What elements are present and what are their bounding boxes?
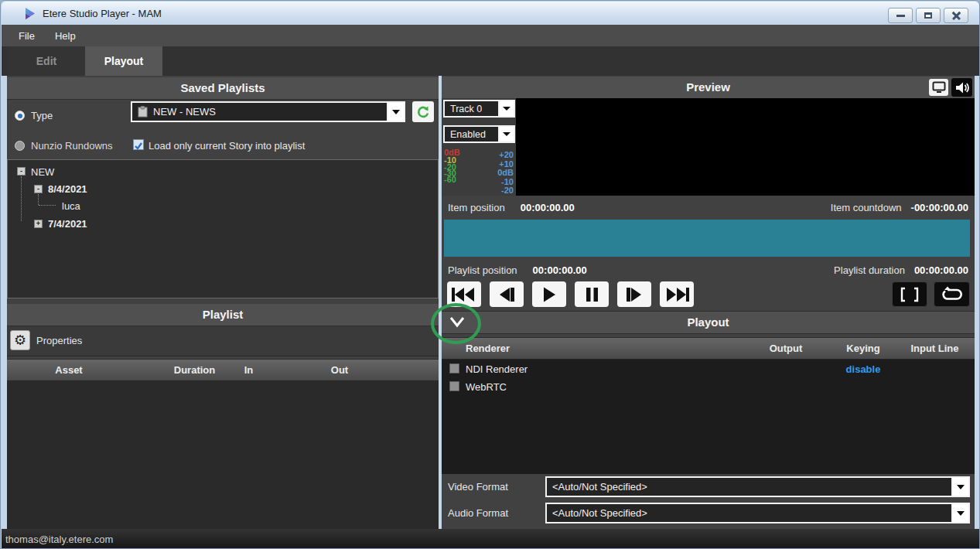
ndi-renderer-checkbox[interactable]	[449, 363, 459, 373]
preview-playout-panel: Preview Track 0 Enabled	[442, 76, 975, 529]
renderer-table-body: NDI Renderer disable WebRTC	[442, 360, 975, 474]
speaker-icon	[954, 81, 969, 94]
column-keying[interactable]: Keying	[832, 338, 894, 360]
play-button[interactable]	[532, 281, 566, 307]
tab-playout[interactable]: Playout	[85, 46, 162, 76]
saved-playlists-panel: Saved Playlists Type NEW - NEWS Nunzio R…	[7, 76, 439, 529]
close-button[interactable]	[944, 8, 968, 23]
dropdown-arrow-icon[interactable]	[387, 103, 404, 121]
renderer-row-ndi[interactable]: NDI Renderer	[466, 363, 528, 375]
video-format-label: Video Format	[448, 481, 508, 493]
loop-button[interactable]	[934, 281, 970, 307]
monitor-icon	[932, 81, 946, 94]
tree-expander-plus-icon[interactable]: +	[34, 220, 43, 228]
renderer-table-header: Renderer Output Keying Input Line	[442, 337, 975, 360]
playlist-table-header: Asset Duration In Out	[7, 359, 439, 381]
tab-strip: Edit Playout	[2, 46, 979, 76]
track-dropdown[interactable]: Track 0	[443, 100, 515, 118]
playlist-position-row: Playlist position 00:00:00.00 Playlist d…	[442, 259, 975, 281]
column-input-line[interactable]: Input Line	[902, 338, 968, 360]
fullscreen-preview-button[interactable]	[929, 79, 948, 96]
tree-item-date-1[interactable]: 8/4/2021	[48, 183, 87, 195]
load-story-label: Load only current Story into playlist	[149, 140, 305, 152]
audio-mute-button[interactable]	[951, 78, 972, 97]
video-format-dropdown[interactable]: <Auto/Not Specified>	[545, 476, 970, 497]
chevron-down-icon[interactable]	[445, 312, 470, 331]
playlist-type-dropdown[interactable]: NEW - NEWS	[131, 101, 405, 122]
brackets-icon	[899, 287, 920, 302]
item-countdown-label: Item countdown	[831, 202, 902, 213]
dropdown-arrow-icon[interactable]	[498, 127, 514, 142]
dropdown-arrow-icon[interactable]	[498, 101, 514, 116]
menu-help[interactable]: Help	[55, 30, 76, 42]
tree-expander-minus-icon[interactable]: -	[17, 167, 26, 176]
pause-button[interactable]	[575, 281, 609, 307]
tree-item-date-2[interactable]: 7/4/2021	[48, 218, 87, 230]
load-story-checkbox[interactable]	[133, 139, 144, 150]
tree-item-luca[interactable]: luca	[62, 200, 80, 212]
audio-enabled-dropdown[interactable]: Enabled	[443, 125, 515, 143]
skip-end-icon	[664, 287, 690, 302]
column-duration[interactable]: Duration	[146, 360, 243, 381]
dropdown-arrow-icon[interactable]	[951, 504, 968, 522]
tree-item-new[interactable]: NEW	[31, 166, 54, 178]
column-renderer[interactable]: Renderer	[466, 338, 558, 360]
keying-disable-link[interactable]: disable	[832, 363, 894, 375]
playlist-header: Playlist	[7, 304, 439, 326]
step-forward-button[interactable]	[617, 281, 651, 307]
playlist-toolbar: ⚙ Properties	[7, 326, 439, 356]
title-bar: Etere Studio Player - MAM	[2, 2, 979, 25]
tree-expander-minus-icon[interactable]: -	[34, 185, 43, 193]
mark-in-out-button[interactable]	[892, 281, 927, 307]
properties-button[interactable]: ⚙	[10, 330, 30, 350]
menu-bar: File Help	[2, 25, 979, 46]
tree-connector	[21, 176, 22, 221]
maximize-icon	[924, 12, 932, 19]
skip-to-start-button[interactable]	[447, 281, 481, 307]
menu-file[interactable]: File	[19, 30, 35, 42]
audio-meter-scale-left: 0dB -10 -20 -30 -60	[444, 148, 460, 182]
column-in[interactable]: In	[231, 360, 266, 381]
minimize-button[interactable]	[888, 8, 913, 23]
skip-start-icon	[451, 287, 477, 302]
renderer-row-webrtc[interactable]: WebRTC	[466, 381, 507, 393]
audio-meter-scale-right: +20 +10 0dB -10 -20	[476, 151, 514, 196]
webrtc-checkbox[interactable]	[449, 381, 459, 391]
dropdown-arrow-icon[interactable]	[951, 478, 968, 496]
audio-enabled-value: Enabled	[450, 129, 486, 140]
playlist-duration-value: 00:00:00.00	[914, 264, 968, 276]
audio-format-label: Audio Format	[448, 507, 508, 519]
skip-to-end-button[interactable]	[660, 281, 694, 307]
video-format-value: <Auto/Not Specified>	[552, 481, 647, 493]
step-back-icon	[498, 287, 515, 302]
column-asset[interactable]: Asset	[26, 360, 111, 381]
window-title: Etere Studio Player - MAM	[43, 8, 162, 19]
refresh-button[interactable]	[412, 101, 434, 122]
type-radio[interactable]	[15, 111, 25, 121]
playout-header: Playout	[442, 311, 975, 334]
playlist-tree: - NEW - 8/4/2021 luca + 7/4/2021	[7, 159, 439, 298]
pause-icon	[586, 287, 599, 302]
properties-label: Properties	[36, 335, 82, 346]
window-controls	[888, 8, 968, 23]
audio-format-dropdown[interactable]: <Auto/Not Specified>	[545, 503, 970, 523]
check-icon	[134, 142, 143, 151]
playlist-table-body[interactable]	[7, 381, 439, 529]
tree-connector	[38, 194, 39, 205]
column-out[interactable]: Out	[312, 360, 367, 381]
app-icon	[23, 7, 36, 20]
maximize-button[interactable]	[916, 8, 941, 23]
column-output[interactable]: Output	[755, 338, 817, 360]
gear-icon: ⚙	[14, 332, 26, 349]
clipboard-icon	[138, 106, 148, 118]
step-back-button[interactable]	[490, 281, 524, 307]
application-window: Etere Studio Player - MAM File Help Edit…	[0, 0, 980, 549]
tab-edit[interactable]: Edit	[8, 46, 85, 76]
step-forward-icon	[626, 287, 643, 302]
playlist-progress-bar[interactable]	[444, 220, 970, 257]
status-bar: thomas@italy.etere.com	[2, 529, 979, 549]
item-countdown-value: -00:00:00.00	[911, 202, 968, 213]
video-preview-area[interactable]	[516, 98, 975, 196]
nunzio-rundowns-radio[interactable]	[15, 141, 25, 151]
preview-header: Preview	[442, 77, 975, 99]
